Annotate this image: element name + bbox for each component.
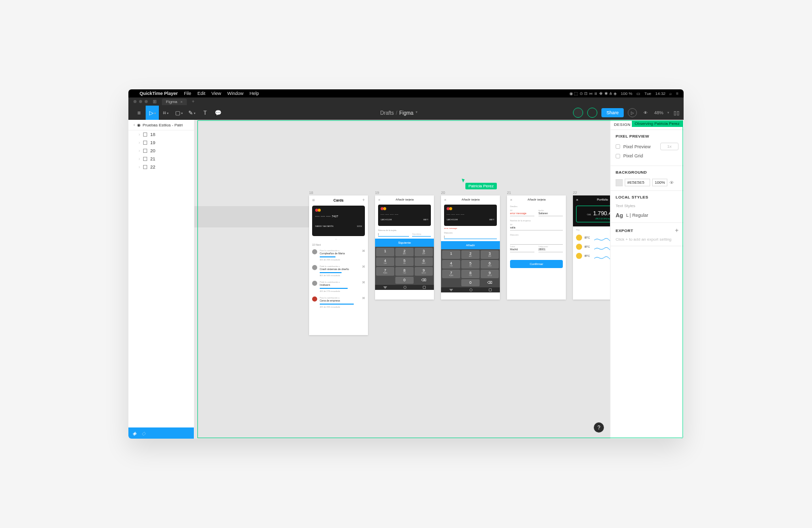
viewport-selection — [197, 120, 683, 438]
frame-tool[interactable]: ⌗▾ — [159, 106, 172, 120]
browser-tabstrip: ⊞ Figma × + — [128, 97, 684, 106]
layer-item[interactable]: ›18 — [128, 130, 194, 139]
layer-item[interactable]: ›19 — [128, 139, 194, 147]
breadcrumb[interactable]: Drafts / Figma ▾ — [380, 110, 417, 116]
text-tool[interactable]: T — [198, 106, 212, 120]
frame-icon — [143, 157, 147, 161]
battery-icon: ▭ — [636, 91, 640, 96]
layers-panel: ‹ ◉ Pruebas Estilos - Patri ›18 ›19 ›20 … — [128, 120, 194, 439]
menu-view[interactable]: View — [211, 91, 221, 96]
battery-label: 100 % — [621, 91, 632, 96]
move-tool[interactable]: ▷▾ — [146, 106, 159, 120]
frame-icon — [143, 141, 147, 145]
frame-icon — [143, 133, 147, 137]
frame-icon — [143, 165, 147, 169]
new-tab-icon[interactable]: + — [192, 99, 194, 104]
assets-icon[interactable]: ◇ — [142, 431, 146, 436]
menu-icon[interactable]: ≡ — [676, 91, 679, 96]
time-label: 14:32 — [655, 91, 665, 96]
pen-tool[interactable]: ✎▾ — [185, 106, 198, 120]
library-icon[interactable]: ▯▯ — [673, 110, 680, 116]
mac-menubar: QuickTime Player File Edit View Window H… — [128, 89, 684, 97]
figma-toolbar: ≡ ▷▾ ⌗▾ ▢▾ ✎▾ T 💬 Drafts / Figma ▾ Share… — [128, 106, 684, 120]
app-name[interactable]: QuickTime Player — [140, 91, 178, 96]
browser-tab-figma[interactable]: Figma × — [162, 98, 187, 105]
search-icon[interactable]: ⌕ — [669, 91, 672, 96]
observing-badge: Observing Patricia Perez — [632, 120, 683, 127]
menu-window[interactable]: Window — [227, 91, 244, 96]
layer-item[interactable]: ›22 — [128, 163, 194, 171]
day-label: Tue — [645, 91, 652, 96]
menu-file[interactable]: File — [184, 91, 191, 96]
frame-icon — [143, 149, 147, 153]
panel-footer: ◈ ◇ — [128, 427, 194, 439]
layer-item[interactable]: ›21 — [128, 155, 194, 163]
collaborator-avatar-active[interactable] — [587, 108, 597, 118]
hamburger-icon[interactable]: ≡ — [132, 106, 146, 120]
menu-edit[interactable]: Edit — [197, 91, 206, 96]
app-window: QuickTime Player File Edit View Window H… — [128, 89, 684, 439]
comment-tool[interactable]: 💬 — [212, 106, 225, 120]
share-button[interactable]: Share — [601, 108, 624, 117]
view-settings-icon[interactable]: 👁 — [641, 108, 650, 117]
zoom-level[interactable]: 48% — [654, 110, 663, 115]
apps-grid-icon[interactable]: ⊞ — [153, 99, 157, 104]
window-controls[interactable] — [133, 100, 148, 103]
present-button[interactable]: ▷ — [628, 108, 637, 117]
close-tab-icon[interactable]: × — [180, 100, 183, 104]
collaborator-avatar[interactable] — [573, 108, 583, 118]
layer-item[interactable]: ›20 — [128, 147, 194, 155]
menu-help[interactable]: Help — [250, 91, 259, 96]
shape-tool[interactable]: ▢▾ — [172, 106, 185, 120]
layers-icon[interactable]: ◈ — [132, 431, 137, 436]
eye-icon: ◉ — [137, 123, 141, 127]
status-icons: ◉ ⬚ ⊙ ⊡ ⫘ ⫴ ⦿ ✱ ⋔ ◈ — [569, 91, 617, 96]
back-icon: ‹ — [133, 122, 135, 127]
page-selector[interactable]: ‹ ◉ Pruebas Estilos - Patri — [128, 120, 194, 130]
